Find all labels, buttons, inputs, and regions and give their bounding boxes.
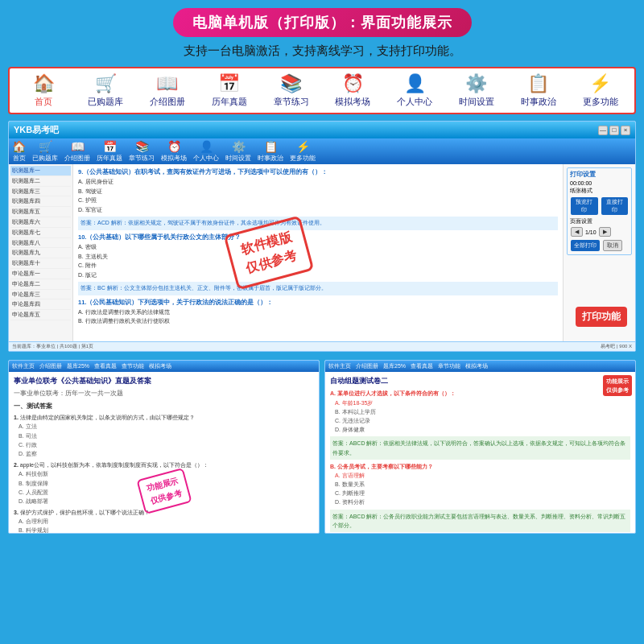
bc-right-content: 自动组题测试卷二 功能展示仅供参考 A. 某单位进行人才选拔，以下条件符合的有（… xyxy=(325,372,635,533)
close-button[interactable]: × xyxy=(621,126,630,135)
sidebar-item-12[interactable]: 申论题库二 xyxy=(10,279,71,290)
q11-opt-b: B. 行政法调整行政机关依法行使职权 xyxy=(78,317,558,326)
nav-item-profile[interactable]: 👤 个人中心 xyxy=(390,73,439,108)
profile-icon: 👤 xyxy=(404,73,426,94)
bc-left-home[interactable]: 软件主页 xyxy=(12,362,35,370)
br-answer1: 答案：ABCD 解析：依据相关法律法规，以下说明符合，答案确认为以上选项，依据条… xyxy=(330,436,630,459)
question-10: 10.（公共基础）以下哪些属于机关行政公文的主体部分？ A. 密级 B. 主送机… xyxy=(78,233,558,279)
subtitle-text: 支持一台电脑激活，支持离线学习，支持打印功能。 xyxy=(184,43,461,57)
q9-opt-d: D. 军官证 xyxy=(78,206,558,215)
q10-opt-d: D. 版记 xyxy=(78,271,558,280)
nav-item-intro[interactable]: 📖 介绍图册 xyxy=(143,73,192,108)
nav-item-home[interactable]: 🏠 首页 xyxy=(19,73,68,108)
sw-tool-more[interactable]: ⚡ 更多功能 xyxy=(290,140,316,163)
nav-label-history: 历年真题 xyxy=(212,96,247,108)
software-window: YKB易考吧 — □ × 🏠 首页 🛒 已购题库 📖 介绍图册 📅 xyxy=(8,121,636,352)
bc-right-exam[interactable]: 模拟考场 xyxy=(465,362,488,370)
sidebar-item-9[interactable]: 职测题库九 xyxy=(10,248,71,258)
nav-item-more[interactable]: ⚡ 更多功能 xyxy=(576,73,625,108)
rp-page-row: 页面设置 xyxy=(570,217,629,225)
banner-title: 电脑单机版（打印版）：界面功能展示 xyxy=(192,14,452,31)
bl-q1: 1. 法律是由特定的国家机关制定，以条文说明的方式，由以下哪些规定？ A. 立法… xyxy=(14,413,314,458)
nav-item-politics[interactable]: 📋 时事政治 xyxy=(514,73,563,108)
sidebar-item-7[interactable]: 职测题库七 xyxy=(10,228,71,238)
sidebar-item-8[interactable]: 职测题库八 xyxy=(10,238,71,249)
sw-tool-intro[interactable]: 📖 介绍图册 xyxy=(64,140,90,163)
sw-main-content: 9.（公共基础知识）在职考试，查阅有效证件方可进场，下列选项中可以使用的有（）：… xyxy=(73,164,563,341)
nav-label-purchased: 已购题库 xyxy=(88,96,123,108)
sw-history-icon: 📅 xyxy=(103,140,117,153)
preview-print-button[interactable]: 预览打印 xyxy=(571,197,598,215)
next-page-button[interactable]: ▶ xyxy=(599,227,611,237)
minimize-button[interactable]: — xyxy=(598,126,608,135)
sidebar-item-6[interactable]: 职测题库六 xyxy=(10,217,71,228)
nav-item-chapter[interactable]: 📚 章节练习 xyxy=(267,73,316,108)
status-bar-right: 易考吧 | 900 X xyxy=(601,343,632,350)
sw-purchased-icon: 🛒 xyxy=(39,140,52,153)
sw-tool-settings[interactable]: ⚙️ 时间设置 xyxy=(225,140,251,163)
rp-time-row: 00:00:00 xyxy=(570,180,629,186)
q10-opt-c: C. 附件 xyxy=(78,262,558,270)
sw-profile-icon: 👤 xyxy=(200,140,213,153)
all-print-button[interactable]: 全部打印 xyxy=(571,240,600,251)
bc-right-home[interactable]: 软件主页 xyxy=(328,362,351,370)
sw-exam-icon: ⏰ xyxy=(167,140,181,153)
maximize-button[interactable]: □ xyxy=(609,126,619,135)
sidebar-item-4[interactable]: 职测题库四 xyxy=(10,196,71,207)
sidebar-item-15[interactable]: 申论题库五 xyxy=(10,310,71,320)
sw-tool-home[interactable]: 🏠 首页 xyxy=(12,140,26,163)
nav-label-politics: 时事政治 xyxy=(521,96,556,108)
bc-right-db[interactable]: 题库25% xyxy=(383,362,406,370)
sw-toolbar: 🏠 首页 🛒 已购题库 📖 介绍图册 📅 历年真题 📚 章节练习 ⏰ 模拟 xyxy=(9,138,635,164)
print-settings-title: 打印设置 xyxy=(570,171,629,179)
direct-print-button[interactable]: 直接打印 xyxy=(601,197,629,215)
bc-right-chapter[interactable]: 章节功能 xyxy=(438,362,460,370)
nav-bar: 🏠 首页 🛒 已购题库 📖 介绍图册 📅 历年真题 📚 章节练习 ⏰ 模拟 xyxy=(13,73,631,108)
sw-title: YKB易考吧 xyxy=(14,124,59,136)
sw-settings-icon: ⚙️ xyxy=(232,140,246,153)
sw-tool-exam[interactable]: ⏰ 模拟考场 xyxy=(161,140,187,163)
bottom-left-card: 软件主页 介绍图册 题库25% 查看真题 查节功能 模拟考场 事业单位联考《公共… xyxy=(8,360,320,534)
sidebar-item-14[interactable]: 申论题库四 xyxy=(10,299,71,310)
sidebar-item-2[interactable]: 职测题库二 xyxy=(10,176,71,187)
sw-tool-profile[interactable]: 👤 个人中心 xyxy=(193,140,219,163)
q9-opt-c: C. 护照 xyxy=(78,196,558,205)
cancel-print-button[interactable]: 取消 xyxy=(603,240,622,251)
rp-page-nav: ◀ 1/10 ▶ xyxy=(570,226,629,237)
rp-buttons: 预览打印 直接打印 xyxy=(570,196,629,216)
sidebar-item-3[interactable]: 职测题库三 xyxy=(10,187,71,197)
bottom-right-card: 软件主页 介绍图册 题库25% 查看真题 章节功能 模拟考场 自动组题测试卷二 … xyxy=(324,360,636,534)
sidebar-item-13[interactable]: 申论题库三 xyxy=(10,290,71,300)
sw-tool-chapter[interactable]: 📚 章节练习 xyxy=(129,140,155,163)
print-label: 打印功能 xyxy=(576,307,627,327)
q9-opt-b: B. 驾驶证 xyxy=(78,188,558,196)
sw-tool-history[interactable]: 📅 历年真题 xyxy=(97,140,122,163)
nav-item-history[interactable]: 📅 历年真题 xyxy=(205,73,254,108)
sw-titlebar: YKB易考吧 — □ × xyxy=(9,122,635,138)
bc-left-intro[interactable]: 介绍图册 xyxy=(39,362,62,370)
nav-item-settings[interactable]: ⚙️ 时间设置 xyxy=(452,73,501,108)
bc-right-intro[interactable]: 介绍图册 xyxy=(356,362,378,370)
nav-label-intro: 介绍图册 xyxy=(150,96,185,108)
sw-intro-icon: 📖 xyxy=(71,140,85,153)
question-11: 11.（公民基础知识）下列选项中，关于行政法的说法正确的是（）： A. 行政法是… xyxy=(78,298,558,326)
bc-right-real[interactable]: 查看真题 xyxy=(411,362,433,370)
prev-page-button[interactable]: ◀ xyxy=(571,227,583,237)
bc-left-exam[interactable]: 模拟考场 xyxy=(149,362,171,370)
nav-section: 🏠 首页 🛒 已购题库 📖 介绍图册 📅 历年真题 📚 章节练习 ⏰ 模拟 xyxy=(8,67,636,114)
nav-item-purchased[interactable]: 🛒 已购题库 xyxy=(81,73,130,108)
sidebar-item-10[interactable]: 职测题库十 xyxy=(10,258,71,269)
sidebar-item-5[interactable]: 职测题库五 xyxy=(10,207,71,217)
sw-tool-politics[interactable]: 📋 时事政治 xyxy=(258,140,283,163)
top-banner: 电脑单机版（打印版）：界面功能展示 xyxy=(173,8,472,37)
bc-left-real[interactable]: 查看真题 xyxy=(94,362,117,370)
sw-tool-purchased[interactable]: 🛒 已购题库 xyxy=(32,140,58,163)
bc-left-chapter[interactable]: 查节功能 xyxy=(122,362,144,370)
sidebar-item-1[interactable]: 职测题库一 xyxy=(10,166,71,176)
nav-label-chapter: 章节练习 xyxy=(274,96,309,108)
bc-left-db[interactable]: 题库25% xyxy=(67,362,89,370)
nav-item-exam[interactable]: ⏰ 模拟考场 xyxy=(328,73,377,108)
sidebar-item-11[interactable]: 申论题库一 xyxy=(10,269,71,279)
status-bar: 当前题库：事业单位 | 共100题 | 第1页 易考吧 | 900 X xyxy=(9,341,635,351)
rp-format-row: 纸张格式 xyxy=(570,187,629,195)
